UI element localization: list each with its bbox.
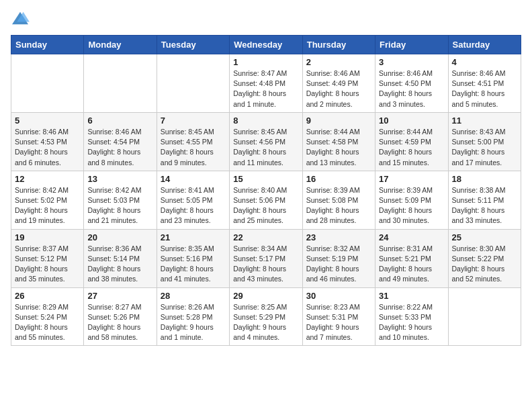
day-number: 24 bbox=[379, 232, 444, 242]
day-number: 14 bbox=[161, 174, 226, 184]
day-detail: Sunrise: 8:35 AM Sunset: 5:16 PM Dayligh… bbox=[161, 244, 226, 285]
day-cell: 2Sunrise: 8:46 AM Sunset: 4:49 PM Daylig… bbox=[302, 54, 375, 113]
day-number: 9 bbox=[306, 116, 371, 126]
day-cell: 30Sunrise: 8:23 AM Sunset: 5:31 PM Dayli… bbox=[302, 287, 375, 346]
day-cell: 11Sunrise: 8:43 AM Sunset: 5:00 PM Dayli… bbox=[448, 112, 521, 171]
calendar-table: SundayMondayTuesdayWednesdayThursdayFrid… bbox=[11, 35, 521, 346]
day-number: 11 bbox=[452, 116, 517, 126]
weekday-header-sunday: Sunday bbox=[11, 36, 84, 54]
day-number: 29 bbox=[233, 291, 298, 301]
day-detail: Sunrise: 8:25 AM Sunset: 5:29 PM Dayligh… bbox=[233, 302, 298, 343]
day-detail: Sunrise: 8:31 AM Sunset: 5:21 PM Dayligh… bbox=[379, 244, 444, 285]
day-detail: Sunrise: 8:43 AM Sunset: 5:00 PM Dayligh… bbox=[452, 127, 517, 168]
day-number: 27 bbox=[87, 291, 152, 301]
day-cell: 3Sunrise: 8:46 AM Sunset: 4:50 PM Daylig… bbox=[375, 54, 448, 113]
day-detail: Sunrise: 8:46 AM Sunset: 4:53 PM Dayligh… bbox=[15, 127, 80, 168]
day-number: 15 bbox=[233, 174, 298, 184]
day-cell: 14Sunrise: 8:41 AM Sunset: 5:05 PM Dayli… bbox=[157, 171, 229, 229]
day-detail: Sunrise: 8:45 AM Sunset: 4:55 PM Dayligh… bbox=[161, 127, 226, 168]
day-number: 23 bbox=[306, 232, 371, 242]
day-number: 17 bbox=[379, 174, 444, 184]
logo bbox=[11, 11, 32, 27]
day-cell: 18Sunrise: 8:38 AM Sunset: 5:11 PM Dayli… bbox=[448, 171, 521, 229]
day-detail: Sunrise: 8:22 AM Sunset: 5:33 PM Dayligh… bbox=[379, 302, 444, 343]
day-cell: 16Sunrise: 8:39 AM Sunset: 5:08 PM Dayli… bbox=[302, 171, 375, 229]
weekday-header-wednesday: Wednesday bbox=[230, 36, 302, 54]
day-number: 21 bbox=[161, 232, 226, 242]
day-detail: Sunrise: 8:46 AM Sunset: 4:50 PM Dayligh… bbox=[379, 68, 444, 109]
day-number: 8 bbox=[233, 116, 298, 126]
day-detail: Sunrise: 8:34 AM Sunset: 5:17 PM Dayligh… bbox=[233, 244, 298, 285]
day-number: 16 bbox=[306, 174, 371, 184]
week-row-0: 1Sunrise: 8:47 AM Sunset: 4:48 PM Daylig… bbox=[11, 54, 521, 113]
day-number: 31 bbox=[379, 291, 444, 301]
weekday-header-row: SundayMondayTuesdayWednesdayThursdayFrid… bbox=[11, 36, 521, 54]
day-number: 3 bbox=[379, 57, 444, 67]
day-detail: Sunrise: 8:39 AM Sunset: 5:08 PM Dayligh… bbox=[306, 185, 371, 226]
day-detail: Sunrise: 8:45 AM Sunset: 4:56 PM Dayligh… bbox=[233, 127, 298, 168]
day-number: 1 bbox=[233, 57, 298, 67]
day-detail: Sunrise: 8:44 AM Sunset: 4:58 PM Dayligh… bbox=[306, 127, 371, 168]
day-number: 30 bbox=[306, 291, 371, 301]
day-detail: Sunrise: 8:27 AM Sunset: 5:26 PM Dayligh… bbox=[87, 302, 152, 343]
day-detail: Sunrise: 8:41 AM Sunset: 5:05 PM Dayligh… bbox=[161, 185, 226, 226]
day-cell: 20Sunrise: 8:36 AM Sunset: 5:14 PM Dayli… bbox=[84, 229, 157, 287]
weekday-header-monday: Monday bbox=[84, 36, 157, 54]
day-cell bbox=[157, 54, 229, 113]
day-detail: Sunrise: 8:39 AM Sunset: 5:09 PM Dayligh… bbox=[379, 185, 444, 226]
day-detail: Sunrise: 8:38 AM Sunset: 5:11 PM Dayligh… bbox=[452, 185, 517, 226]
day-number: 7 bbox=[161, 116, 226, 126]
week-row-1: 5Sunrise: 8:46 AM Sunset: 4:53 PM Daylig… bbox=[11, 112, 521, 171]
day-cell: 28Sunrise: 8:26 AM Sunset: 5:28 PM Dayli… bbox=[157, 287, 229, 346]
week-row-2: 12Sunrise: 8:42 AM Sunset: 5:02 PM Dayli… bbox=[11, 171, 521, 229]
day-cell bbox=[84, 54, 157, 113]
day-cell: 4Sunrise: 8:46 AM Sunset: 4:51 PM Daylig… bbox=[448, 54, 521, 113]
day-number: 12 bbox=[15, 174, 80, 184]
day-cell: 9Sunrise: 8:44 AM Sunset: 4:58 PM Daylig… bbox=[302, 112, 375, 171]
day-number: 5 bbox=[15, 116, 80, 126]
day-cell: 8Sunrise: 8:45 AM Sunset: 4:56 PM Daylig… bbox=[230, 112, 302, 171]
day-cell: 27Sunrise: 8:27 AM Sunset: 5:26 PM Dayli… bbox=[84, 287, 157, 346]
day-cell bbox=[11, 54, 84, 113]
day-number: 18 bbox=[452, 174, 517, 184]
day-cell: 12Sunrise: 8:42 AM Sunset: 5:02 PM Dayli… bbox=[11, 171, 84, 229]
day-detail: Sunrise: 8:36 AM Sunset: 5:14 PM Dayligh… bbox=[87, 244, 152, 285]
day-cell: 5Sunrise: 8:46 AM Sunset: 4:53 PM Daylig… bbox=[11, 112, 84, 171]
day-detail: Sunrise: 8:46 AM Sunset: 4:54 PM Dayligh… bbox=[87, 127, 152, 168]
day-number: 4 bbox=[452, 57, 517, 67]
day-cell: 21Sunrise: 8:35 AM Sunset: 5:16 PM Dayli… bbox=[157, 229, 229, 287]
week-row-3: 19Sunrise: 8:37 AM Sunset: 5:12 PM Dayli… bbox=[11, 229, 521, 287]
day-cell: 1Sunrise: 8:47 AM Sunset: 4:48 PM Daylig… bbox=[230, 54, 302, 113]
day-cell bbox=[448, 287, 521, 346]
day-detail: Sunrise: 8:47 AM Sunset: 4:48 PM Dayligh… bbox=[233, 68, 298, 109]
day-detail: Sunrise: 8:44 AM Sunset: 4:59 PM Dayligh… bbox=[379, 127, 444, 168]
day-number: 28 bbox=[161, 291, 226, 301]
day-cell: 13Sunrise: 8:42 AM Sunset: 5:03 PM Dayli… bbox=[84, 171, 157, 229]
day-cell: 19Sunrise: 8:37 AM Sunset: 5:12 PM Dayli… bbox=[11, 229, 84, 287]
logo-icon bbox=[11, 11, 30, 27]
day-cell: 26Sunrise: 8:29 AM Sunset: 5:24 PM Dayli… bbox=[11, 287, 84, 346]
weekday-header-saturday: Saturday bbox=[448, 36, 521, 54]
day-number: 22 bbox=[233, 232, 298, 242]
day-number: 25 bbox=[452, 232, 517, 242]
day-detail: Sunrise: 8:32 AM Sunset: 5:19 PM Dayligh… bbox=[306, 244, 371, 285]
day-cell: 24Sunrise: 8:31 AM Sunset: 5:21 PM Dayli… bbox=[375, 229, 448, 287]
day-number: 13 bbox=[87, 174, 152, 184]
day-number: 19 bbox=[15, 232, 80, 242]
day-cell: 6Sunrise: 8:46 AM Sunset: 4:54 PM Daylig… bbox=[84, 112, 157, 171]
page-header bbox=[11, 11, 521, 27]
day-detail: Sunrise: 8:42 AM Sunset: 5:03 PM Dayligh… bbox=[87, 185, 152, 226]
day-detail: Sunrise: 8:23 AM Sunset: 5:31 PM Dayligh… bbox=[306, 302, 371, 343]
day-detail: Sunrise: 8:40 AM Sunset: 5:06 PM Dayligh… bbox=[233, 185, 298, 226]
day-number: 2 bbox=[306, 57, 371, 67]
weekday-header-thursday: Thursday bbox=[302, 36, 375, 54]
day-detail: Sunrise: 8:42 AM Sunset: 5:02 PM Dayligh… bbox=[15, 185, 80, 226]
day-cell: 7Sunrise: 8:45 AM Sunset: 4:55 PM Daylig… bbox=[157, 112, 229, 171]
day-number: 20 bbox=[87, 232, 152, 242]
week-row-4: 26Sunrise: 8:29 AM Sunset: 5:24 PM Dayli… bbox=[11, 287, 521, 346]
day-cell: 23Sunrise: 8:32 AM Sunset: 5:19 PM Dayli… bbox=[302, 229, 375, 287]
day-cell: 17Sunrise: 8:39 AM Sunset: 5:09 PM Dayli… bbox=[375, 171, 448, 229]
day-number: 10 bbox=[379, 116, 444, 126]
day-detail: Sunrise: 8:46 AM Sunset: 4:49 PM Dayligh… bbox=[306, 68, 371, 109]
day-detail: Sunrise: 8:37 AM Sunset: 5:12 PM Dayligh… bbox=[15, 244, 80, 285]
